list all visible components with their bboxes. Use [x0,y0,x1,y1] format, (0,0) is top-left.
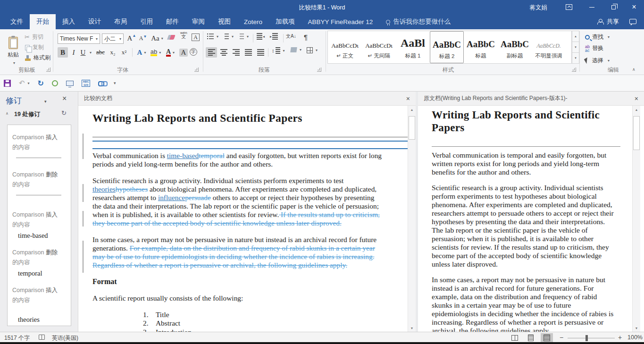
paste-button[interactable]: 粘贴 ▾ [3,32,24,70]
undo-button[interactable]: ↶▾ [19,79,30,87]
cut-button[interactable]: ✂剪切 [25,33,43,41]
font-size-combo[interactable]: 小二▾ [102,34,124,44]
word-count[interactable]: 1517 个字 [4,334,30,342]
user-account[interactable]: 蒋文娟 [530,4,548,12]
read-mode-button[interactable] [509,333,521,342]
underline-caret[interactable]: ▾ [87,47,92,58]
line-spacing-button[interactable]: ↕▾ [272,47,285,54]
align-center-button[interactable] [218,47,229,58]
style-no-spacing[interactable]: AaBbCcDι↵ 无间隔 [362,31,396,63]
revisions-refresh-icon[interactable]: ↻ [61,109,67,117]
original-document-close-icon[interactable]: × [635,95,638,102]
clipboard-dialog-launcher[interactable] [46,67,50,72]
format-painter-button[interactable]: 格式刷 [25,54,50,62]
shrink-font-button[interactable]: A▼ [138,33,148,43]
revision-item[interactable]: Comparison 插入的内容 [8,125,71,152]
paragraph-dialog-launcher[interactable] [317,67,321,72]
clear-formatting-button[interactable] [168,34,175,39]
enclose-characters-button[interactable]: 字 [190,48,197,56]
tab-abbyy[interactable]: ABBYY FineReader 12 [301,14,380,29]
web-layout-button[interactable] [541,333,553,342]
multilevel-list-button[interactable]: ▾ [237,33,249,40]
screen-share-button[interactable] [66,81,74,86]
style-normal[interactable]: AaBbCcDι↵ 正文 [328,31,362,63]
compared-document-close-icon[interactable]: × [406,95,410,102]
bullets-button[interactable]: ▾ [207,33,218,40]
tab-insert[interactable]: 插入 [56,14,82,29]
original-document-body[interactable]: Writing Lab Reports and Scientific Paper… [418,106,644,332]
comments-button[interactable] [629,18,636,25]
ribbon-display-options-button[interactable] [562,0,576,14]
copy-button[interactable]: 复制 [25,43,44,51]
sort-button[interactable]: 文A↓ [286,33,296,40]
print-layout-button[interactable] [525,333,537,342]
tab-design[interactable]: 设计 [82,14,108,29]
bold-button[interactable]: B [58,47,68,58]
tab-zotero[interactable]: Zotero [237,14,269,29]
revisions-pane-close-icon[interactable]: × [62,94,67,103]
styles-scroll-down[interactable]: ▾ [572,42,579,53]
revision-item[interactable]: Comparison 插入的内容theories [8,278,71,324]
proofing-icon[interactable] [39,335,45,340]
style-title[interactable]: AaBbC标题 [464,31,498,63]
subscript-button[interactable]: x₂ [108,47,118,58]
replace-button[interactable]: abac替换 [585,44,603,52]
tab-layout[interactable]: 布局 [108,14,134,29]
tab-mailings[interactable]: 邮件 [159,14,185,29]
styles-gallery-more[interactable]: ▾ [572,53,579,64]
close-button[interactable]: × [627,0,641,14]
italic-button[interactable]: I [69,47,78,58]
original-document-scrollbar[interactable]: ▲ ▼ [632,106,640,332]
styles-dialog-launcher[interactable] [572,67,576,72]
align-right-button[interactable] [230,47,242,58]
select-button[interactable]: 选择▾ [585,57,610,65]
scroll-up-arrow[interactable]: ▲ [408,106,416,113]
strikethrough-button[interactable]: abc [94,47,107,58]
superscript-button[interactable]: x² [119,47,129,58]
save-button[interactable] [4,80,11,87]
redo-button[interactable]: ↻ [38,79,44,88]
collapse-ribbon-button[interactable]: ∧ [632,67,636,72]
restore-button[interactable] [606,0,620,14]
link-button[interactable] [98,81,106,85]
shading-button[interactable]: ▾ [291,47,301,52]
scroll-up-arrow[interactable]: ▲ [633,106,640,113]
styles-scroll-up[interactable]: ▴ [572,31,579,42]
scroll-down-arrow[interactable]: ▼ [633,324,640,332]
revisions-pane-caret-icon[interactable]: ▾ [44,99,47,104]
grow-font-button[interactable]: A▲ [126,33,137,43]
phonetic-guide-button[interactable]: wén文 [180,31,187,39]
borders-button[interactable]: ▾ [307,47,318,53]
revisions-collapse-icon[interactable]: ∧ [6,111,8,116]
compared-document-scrollbar[interactable]: ▲ ▼ [408,106,416,332]
font-family-combo[interactable]: Times New F▾ [58,34,100,44]
distribute-button[interactable] [255,47,266,58]
tab-references[interactable]: 引用 [134,14,159,29]
addin-circle-button[interactable] [52,80,58,86]
underline-button[interactable]: U [78,47,88,58]
minimize-button[interactable] [585,0,599,14]
abc123-button[interactable]: ABC123 [82,80,90,87]
language-status[interactable]: 英语(美国) [52,334,78,342]
character-shading-button[interactable]: A [178,47,189,58]
character-border-button[interactable]: A [192,34,200,41]
justify-button[interactable] [243,47,254,58]
revision-item[interactable]: Comparison 删除的内容temporal [8,240,71,278]
tab-home[interactable]: 开始 [30,14,56,29]
text-effects-button[interactable]: A▾ [136,47,147,58]
scroll-down-arrow[interactable]: ▼ [408,324,416,332]
decrease-indent-button[interactable]: ◂ [257,33,265,40]
numbering-button[interactable]: ▾ [222,33,234,40]
revision-item[interactable]: Comparison 插入的内容time-based [8,203,71,240]
show-marks-button[interactable]: ¶ [304,33,308,41]
style-subtitle[interactable]: AaBbC副标题 [498,31,532,63]
style-heading1[interactable]: AaBl标题 1 [396,31,430,63]
find-button[interactable]: 查找▾ [585,33,610,41]
scroll-thumb[interactable] [409,116,415,140]
align-left-button[interactable] [206,47,217,58]
share-button[interactable]: 共享 [597,17,619,26]
style-subtle-emphasis[interactable]: AaBbCcD.不明显强调 [532,31,566,63]
zoom-slider-track[interactable] [568,338,615,338]
tab-view[interactable]: 视图 [211,14,237,29]
highlight-button[interactable]: ab▾ [149,47,162,58]
